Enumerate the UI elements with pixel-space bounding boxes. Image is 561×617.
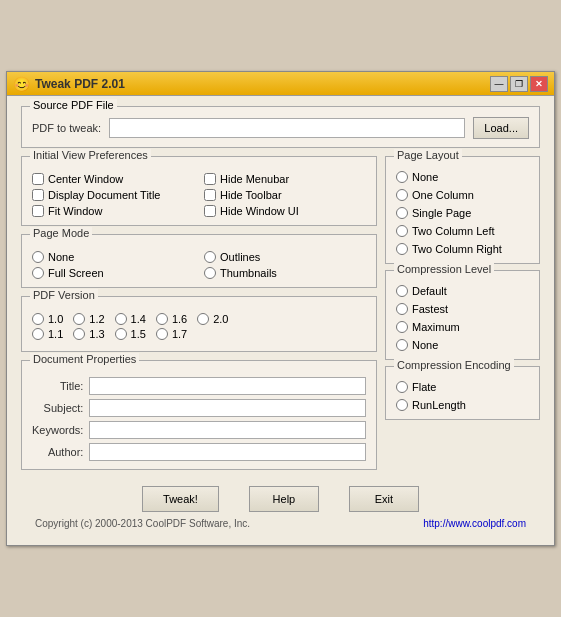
main-area: Initial View Preferences Center Window H… <box>21 156 540 478</box>
version-row-2: 1.1 1.3 1.5 <box>32 328 366 340</box>
title-bar: 😊 Tweak PDF 2.01 — ❐ ✕ <box>7 72 554 96</box>
comp-maximum-label: Maximum <box>412 321 460 333</box>
ver-12-item: 1.2 <box>73 313 104 325</box>
initial-view-group: Initial View Preferences Center Window H… <box>21 156 377 226</box>
layout-none-label: None <box>412 171 438 183</box>
enc-flate-radio[interactable] <box>396 381 408 393</box>
pagemode-thumbnails-label: Thumbnails <box>220 267 277 279</box>
page-mode-title: Page Mode <box>30 227 92 239</box>
enc-runlength-label: RunLength <box>412 399 466 411</box>
doc-props-title: Document Properties <box>30 353 139 365</box>
hide-window-ui-checkbox[interactable] <box>204 205 216 217</box>
version-row-1: 1.0 1.2 1.4 <box>32 313 366 325</box>
minimize-button[interactable]: — <box>490 76 508 92</box>
comp-default-label: Default <box>412 285 447 297</box>
enc-runlength-radio[interactable] <box>396 399 408 411</box>
ver-10-radio[interactable] <box>32 313 44 325</box>
right-column: Page Layout None One Column Single Pa <box>385 156 540 478</box>
doc-props-group: Document Properties Title: Subject: Keyw… <box>21 360 377 470</box>
hide-menubar-label: Hide Menubar <box>220 173 289 185</box>
ver-15-label: 1.5 <box>131 328 146 340</box>
comp-default-radio[interactable] <box>396 285 408 297</box>
load-button[interactable]: Load... <box>473 117 529 139</box>
ver-13-label: 1.3 <box>89 328 104 340</box>
pagemode-fullscreen-label: Full Screen <box>48 267 104 279</box>
exit-button[interactable]: Exit <box>349 486 419 512</box>
pagemode-fullscreen-item: Full Screen <box>32 267 194 279</box>
pagemode-none-radio[interactable] <box>32 251 44 263</box>
hide-menubar-checkbox[interactable] <box>204 173 216 185</box>
comp-none-item: None <box>396 339 529 351</box>
checkbox-grid: Center Window Hide Menubar Display Docum… <box>32 165 366 217</box>
layout-twocolumnleft-radio[interactable] <box>396 225 408 237</box>
main-window: 😊 Tweak PDF 2.01 — ❐ ✕ Source PDF File P… <box>6 71 555 546</box>
footer: Copyright (c) 2000-2013 CoolPDF Software… <box>21 516 540 535</box>
layout-twocolumnleft-label: Two Column Left <box>412 225 495 237</box>
enc-flate-label: Flate <box>412 381 436 393</box>
ver-17-item: 1.7 <box>156 328 187 340</box>
ver-20-label: 2.0 <box>213 313 228 325</box>
comp-maximum-radio[interactable] <box>396 321 408 333</box>
ver-14-radio[interactable] <box>115 313 127 325</box>
layout-singlepage-item: Single Page <box>396 207 529 219</box>
title-field-label: Title: <box>32 380 83 392</box>
ver-10-item: 1.0 <box>32 313 63 325</box>
page-layout-group: Page Layout None One Column Single Pa <box>385 156 540 264</box>
doc-props-grid: Title: Subject: Keywords: Author: <box>32 369 366 461</box>
enc-flate-item: Flate <box>396 381 529 393</box>
ver-15-radio[interactable] <box>115 328 127 340</box>
comp-fastest-radio[interactable] <box>396 303 408 315</box>
layout-singlepage-radio[interactable] <box>396 207 408 219</box>
comp-fastest-label: Fastest <box>412 303 448 315</box>
ver-11-label: 1.1 <box>48 328 63 340</box>
pagemode-outlines-label: Outlines <box>220 251 260 263</box>
initial-view-title: Initial View Preferences <box>30 149 151 161</box>
author-field[interactable] <box>89 443 366 461</box>
layout-twocolumnright-radio[interactable] <box>396 243 408 255</box>
subject-field-label: Subject: <box>32 402 83 414</box>
display-doc-title-label: Display Document Title <box>48 189 161 201</box>
hide-window-ui-label: Hide Window UI <box>220 205 299 217</box>
tweak-button[interactable]: Tweak! <box>142 486 219 512</box>
center-window-checkbox[interactable] <box>32 173 44 185</box>
compression-level-title: Compression Level <box>394 263 494 275</box>
subject-field[interactable] <box>89 399 366 417</box>
comp-none-radio[interactable] <box>396 339 408 351</box>
fit-window-checkbox[interactable] <box>32 205 44 217</box>
source-section: Source PDF File PDF to tweak: Load... <box>21 106 540 148</box>
layout-onecolumn-label: One Column <box>412 189 474 201</box>
pagemode-none-label: None <box>48 251 74 263</box>
help-button[interactable]: Help <box>249 486 319 512</box>
ver-17-radio[interactable] <box>156 328 168 340</box>
website-link[interactable]: http://www.coolpdf.com <box>423 518 526 529</box>
pdf-path-input[interactable] <box>109 118 465 138</box>
ver-11-radio[interactable] <box>32 328 44 340</box>
ver-10-label: 1.0 <box>48 313 63 325</box>
layout-onecolumn-radio[interactable] <box>396 189 408 201</box>
keywords-field[interactable] <box>89 421 366 439</box>
hide-menubar-item: Hide Menubar <box>204 173 366 185</box>
pagemode-fullscreen-radio[interactable] <box>32 267 44 279</box>
ver-20-item: 2.0 <box>197 313 228 325</box>
ver-16-radio[interactable] <box>156 313 168 325</box>
version-rows: 1.0 1.2 1.4 <box>32 305 366 340</box>
restore-button[interactable]: ❐ <box>510 76 528 92</box>
ver-12-radio[interactable] <box>73 313 85 325</box>
layout-none-item: None <box>396 171 529 183</box>
close-button[interactable]: ✕ <box>530 76 548 92</box>
comp-none-label: None <box>412 339 438 351</box>
ver-13-radio[interactable] <box>73 328 85 340</box>
left-column: Initial View Preferences Center Window H… <box>21 156 377 478</box>
ver-20-radio[interactable] <box>197 313 209 325</box>
hide-toolbar-checkbox[interactable] <box>204 189 216 201</box>
display-doc-title-checkbox[interactable] <box>32 189 44 201</box>
bottom-bar: Tweak! Help Exit <box>21 478 540 516</box>
pagemode-outlines-radio[interactable] <box>204 251 216 263</box>
comp-fastest-item: Fastest <box>396 303 529 315</box>
keywords-field-label: Keywords: <box>32 424 83 436</box>
title-field[interactable] <box>89 377 366 395</box>
pdf-version-title: PDF Version <box>30 289 98 301</box>
pagemode-thumbnails-radio[interactable] <box>204 267 216 279</box>
layout-none-radio[interactable] <box>396 171 408 183</box>
window-title: Tweak PDF 2.01 <box>35 77 484 91</box>
